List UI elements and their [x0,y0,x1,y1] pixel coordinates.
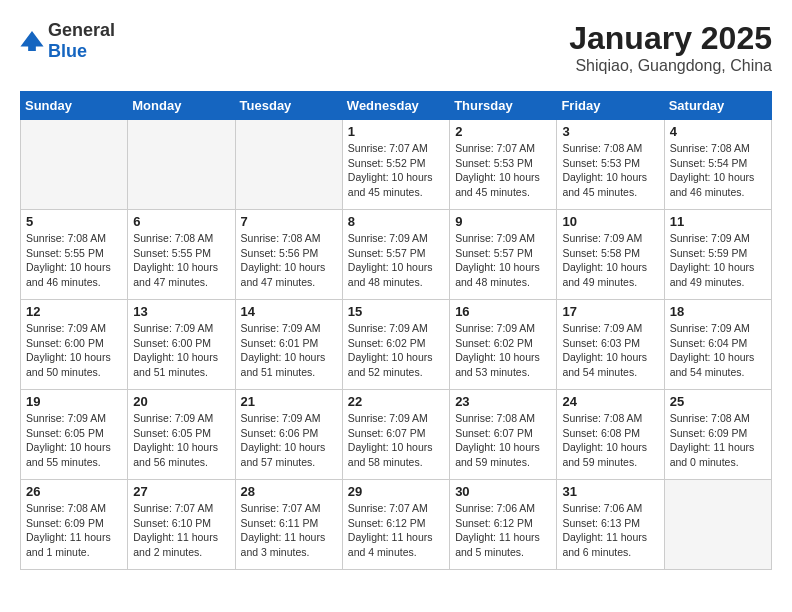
day-number: 20 [133,394,229,409]
day-detail: Sunrise: 7:08 AMSunset: 6:07 PMDaylight:… [455,411,551,470]
calendar-cell: 2Sunrise: 7:07 AMSunset: 5:53 PMDaylight… [450,120,557,210]
weekday-header-tuesday: Tuesday [235,92,342,120]
week-row-3: 12Sunrise: 7:09 AMSunset: 6:00 PMDayligh… [21,300,772,390]
day-number: 15 [348,304,444,319]
day-detail: Sunrise: 7:08 AMSunset: 5:54 PMDaylight:… [670,141,766,200]
calendar-cell: 9Sunrise: 7:09 AMSunset: 5:57 PMDaylight… [450,210,557,300]
calendar-cell: 15Sunrise: 7:09 AMSunset: 6:02 PMDayligh… [342,300,449,390]
day-number: 17 [562,304,658,319]
day-number: 24 [562,394,658,409]
day-detail: Sunrise: 7:09 AMSunset: 6:05 PMDaylight:… [26,411,122,470]
day-detail: Sunrise: 7:09 AMSunset: 6:05 PMDaylight:… [133,411,229,470]
calendar-cell: 30Sunrise: 7:06 AMSunset: 6:12 PMDayligh… [450,480,557,570]
week-row-4: 19Sunrise: 7:09 AMSunset: 6:05 PMDayligh… [21,390,772,480]
page-header: General Blue January 2025 Shiqiao, Guang… [20,20,772,75]
day-number: 28 [241,484,337,499]
calendar-cell: 31Sunrise: 7:06 AMSunset: 6:13 PMDayligh… [557,480,664,570]
calendar-cell: 7Sunrise: 7:08 AMSunset: 5:56 PMDaylight… [235,210,342,300]
day-number: 27 [133,484,229,499]
calendar-cell: 20Sunrise: 7:09 AMSunset: 6:05 PMDayligh… [128,390,235,480]
calendar-cell: 29Sunrise: 7:07 AMSunset: 6:12 PMDayligh… [342,480,449,570]
calendar-table: SundayMondayTuesdayWednesdayThursdayFrid… [20,91,772,570]
calendar-cell: 14Sunrise: 7:09 AMSunset: 6:01 PMDayligh… [235,300,342,390]
calendar-cell [664,480,771,570]
calendar-cell: 16Sunrise: 7:09 AMSunset: 6:02 PMDayligh… [450,300,557,390]
day-detail: Sunrise: 7:07 AMSunset: 6:11 PMDaylight:… [241,501,337,560]
calendar-cell: 21Sunrise: 7:09 AMSunset: 6:06 PMDayligh… [235,390,342,480]
weekday-header-row: SundayMondayTuesdayWednesdayThursdayFrid… [21,92,772,120]
calendar-cell: 6Sunrise: 7:08 AMSunset: 5:55 PMDaylight… [128,210,235,300]
day-detail: Sunrise: 7:09 AMSunset: 5:58 PMDaylight:… [562,231,658,290]
calendar-cell: 4Sunrise: 7:08 AMSunset: 5:54 PMDaylight… [664,120,771,210]
day-number: 5 [26,214,122,229]
day-number: 6 [133,214,229,229]
calendar-cell: 24Sunrise: 7:08 AMSunset: 6:08 PMDayligh… [557,390,664,480]
day-detail: Sunrise: 7:08 AMSunset: 6:08 PMDaylight:… [562,411,658,470]
day-number: 21 [241,394,337,409]
calendar-cell: 1Sunrise: 7:07 AMSunset: 5:52 PMDaylight… [342,120,449,210]
calendar-location: Shiqiao, Guangdong, China [569,57,772,75]
day-detail: Sunrise: 7:09 AMSunset: 6:04 PMDaylight:… [670,321,766,380]
day-number: 13 [133,304,229,319]
day-number: 8 [348,214,444,229]
week-row-2: 5Sunrise: 7:08 AMSunset: 5:55 PMDaylight… [21,210,772,300]
day-number: 31 [562,484,658,499]
day-detail: Sunrise: 7:08 AMSunset: 5:53 PMDaylight:… [562,141,658,200]
title-block: January 2025 Shiqiao, Guangdong, China [569,20,772,75]
calendar-cell [128,120,235,210]
calendar-title: January 2025 [569,20,772,57]
logo-icon [20,31,44,51]
calendar-cell: 28Sunrise: 7:07 AMSunset: 6:11 PMDayligh… [235,480,342,570]
calendar-cell: 25Sunrise: 7:08 AMSunset: 6:09 PMDayligh… [664,390,771,480]
day-detail: Sunrise: 7:06 AMSunset: 6:12 PMDaylight:… [455,501,551,560]
day-detail: Sunrise: 7:08 AMSunset: 6:09 PMDaylight:… [670,411,766,470]
day-detail: Sunrise: 7:09 AMSunset: 6:02 PMDaylight:… [348,321,444,380]
day-detail: Sunrise: 7:07 AMSunset: 5:52 PMDaylight:… [348,141,444,200]
weekday-header-friday: Friday [557,92,664,120]
calendar-cell: 8Sunrise: 7:09 AMSunset: 5:57 PMDaylight… [342,210,449,300]
day-detail: Sunrise: 7:09 AMSunset: 6:00 PMDaylight:… [133,321,229,380]
day-number: 12 [26,304,122,319]
day-detail: Sunrise: 7:07 AMSunset: 5:53 PMDaylight:… [455,141,551,200]
day-number: 30 [455,484,551,499]
calendar-cell: 3Sunrise: 7:08 AMSunset: 5:53 PMDaylight… [557,120,664,210]
day-detail: Sunrise: 7:09 AMSunset: 6:01 PMDaylight:… [241,321,337,380]
day-number: 22 [348,394,444,409]
calendar-cell: 23Sunrise: 7:08 AMSunset: 6:07 PMDayligh… [450,390,557,480]
day-number: 1 [348,124,444,139]
calendar-cell [235,120,342,210]
calendar-cell [21,120,128,210]
day-number: 10 [562,214,658,229]
day-detail: Sunrise: 7:08 AMSunset: 5:55 PMDaylight:… [133,231,229,290]
svg-marker-0 [20,31,43,51]
day-detail: Sunrise: 7:06 AMSunset: 6:13 PMDaylight:… [562,501,658,560]
day-detail: Sunrise: 7:08 AMSunset: 6:09 PMDaylight:… [26,501,122,560]
day-detail: Sunrise: 7:08 AMSunset: 5:56 PMDaylight:… [241,231,337,290]
day-number: 11 [670,214,766,229]
week-row-5: 26Sunrise: 7:08 AMSunset: 6:09 PMDayligh… [21,480,772,570]
day-detail: Sunrise: 7:09 AMSunset: 5:57 PMDaylight:… [455,231,551,290]
logo-text-blue: Blue [48,41,87,61]
day-number: 2 [455,124,551,139]
calendar-cell: 10Sunrise: 7:09 AMSunset: 5:58 PMDayligh… [557,210,664,300]
calendar-cell: 5Sunrise: 7:08 AMSunset: 5:55 PMDaylight… [21,210,128,300]
calendar-cell: 17Sunrise: 7:09 AMSunset: 6:03 PMDayligh… [557,300,664,390]
day-detail: Sunrise: 7:09 AMSunset: 6:07 PMDaylight:… [348,411,444,470]
day-number: 25 [670,394,766,409]
day-number: 18 [670,304,766,319]
day-number: 3 [562,124,658,139]
calendar-cell: 13Sunrise: 7:09 AMSunset: 6:00 PMDayligh… [128,300,235,390]
day-number: 14 [241,304,337,319]
day-detail: Sunrise: 7:07 AMSunset: 6:10 PMDaylight:… [133,501,229,560]
day-number: 19 [26,394,122,409]
weekday-header-saturday: Saturday [664,92,771,120]
day-detail: Sunrise: 7:07 AMSunset: 6:12 PMDaylight:… [348,501,444,560]
logo-text-general: General [48,20,115,40]
day-detail: Sunrise: 7:08 AMSunset: 5:55 PMDaylight:… [26,231,122,290]
day-detail: Sunrise: 7:09 AMSunset: 5:59 PMDaylight:… [670,231,766,290]
weekday-header-sunday: Sunday [21,92,128,120]
weekday-header-thursday: Thursday [450,92,557,120]
calendar-cell: 27Sunrise: 7:07 AMSunset: 6:10 PMDayligh… [128,480,235,570]
calendar-cell: 19Sunrise: 7:09 AMSunset: 6:05 PMDayligh… [21,390,128,480]
day-number: 9 [455,214,551,229]
